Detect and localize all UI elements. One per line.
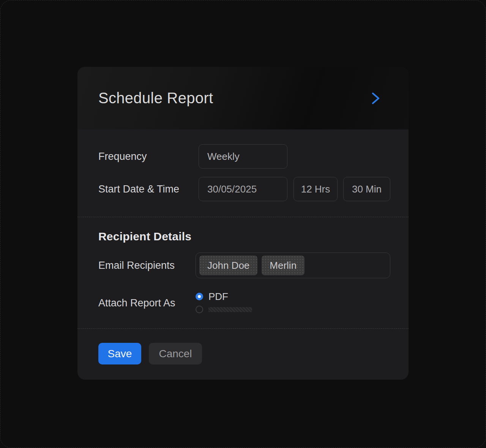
start-datetime-label: Start Date & Time	[98, 183, 199, 195]
recipient-details-heading: Recipient Details	[98, 230, 390, 243]
radio-unselected-icon[interactable]	[196, 306, 203, 313]
email-recipients-row: Email Recipients John Doe Merlin	[98, 252, 390, 278]
attach-option-pdf-label: PDF	[208, 291, 228, 303]
start-minutes-select[interactable]: 30 Min	[343, 177, 390, 201]
cancel-button[interactable]: Cancel	[149, 343, 202, 364]
skeleton-placeholder	[208, 307, 252, 312]
attach-option-other[interactable]	[196, 305, 252, 314]
dialog-header: Schedule Report	[77, 67, 409, 129]
radio-selected-icon[interactable]	[196, 293, 203, 300]
email-recipients-label: Email Recipients	[98, 260, 196, 271]
start-date-input[interactable]: 30/05/2025	[199, 177, 287, 201]
email-recipients-input[interactable]: John Doe Merlin	[196, 252, 390, 278]
dialog-title: Schedule Report	[98, 90, 213, 107]
schedule-section: Frequency Weekly Start Date & Time 30/05…	[77, 129, 409, 217]
recipient-chip[interactable]: John Doe	[199, 256, 257, 275]
save-button[interactable]: Save	[98, 343, 141, 364]
attach-option-pdf[interactable]: PDF	[196, 292, 252, 301]
dialog-footer: Save Cancel	[77, 329, 409, 380]
attach-report-row: Attach Report As PDF	[98, 292, 390, 314]
schedule-report-dialog: Schedule Report Frequency Weekly Start D…	[77, 67, 409, 380]
attach-format-radio-group: PDF	[196, 292, 252, 314]
start-datetime-row: Start Date & Time 30/05/2025 12 Hrs 30 M…	[98, 177, 390, 201]
frequency-row: Frequency Weekly	[98, 144, 390, 169]
frequency-label: Frequency	[98, 151, 199, 162]
start-hours-select[interactable]: 12 Hrs	[293, 177, 338, 201]
recipient-details-section: Recipient Details Email Recipients John …	[77, 217, 409, 329]
chevron-right-icon[interactable]	[371, 92, 380, 105]
recipient-chip[interactable]: Merlin	[262, 256, 305, 275]
frequency-select[interactable]: Weekly	[199, 144, 287, 169]
attach-report-label: Attach Report As	[98, 297, 196, 309]
